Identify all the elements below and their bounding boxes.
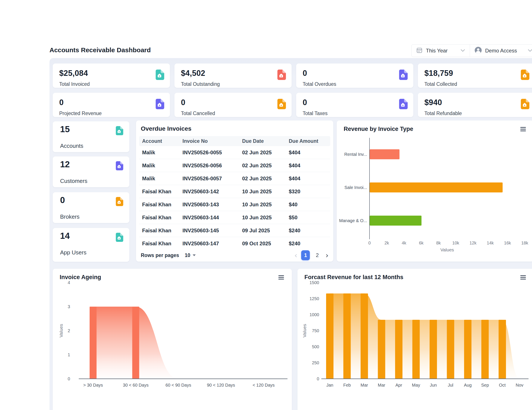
invoice-ageing-card: Invoice Ageing 43210> 30 Days30 < 60 Day… [53,269,292,410]
bar-series-bar[interactable] [464,320,471,379]
revenue-chart-title: Revenue by Invoice Type [344,126,413,132]
rows-per-page-select[interactable]: 10 [185,253,190,258]
kpi-value: 0 [59,98,64,107]
x-category-label: Aug [464,383,472,387]
bar-series-bar[interactable] [481,320,489,379]
due-date-cell: 10 Jun 2025 [242,201,289,208]
overdue-invoices-title: Overdue Invoices [141,125,191,132]
mini-stat-label: Brokers [60,213,80,220]
dashboard-page: Accounts Receivable Dashboard This Year [0,0,532,410]
x-category-label: 90 < 120 Days [207,383,235,387]
user-filter-dropdown[interactable]: Demo Access [470,45,532,57]
account-cell: Faisal Khan [139,228,182,234]
kpi-label: Total Outstanding [181,81,220,87]
revenue-bar[interactable] [370,216,422,226]
table-row: Faisal KhanINV250603-14310 Jun 2025$40 [139,198,330,211]
x-category-label: < 120 Days [253,383,275,387]
pager-controls: ‹ 12 › [294,250,329,260]
x-category-label: Sep [481,383,489,387]
category-label: Manage & O... [339,218,367,223]
page-button[interactable]: 2 [313,250,322,260]
bar-series-bar[interactable] [361,293,368,379]
forecast-revenue-card: Forcast Revenue for last 12 Months 15001… [297,269,532,410]
invoice-doc-icon [155,70,164,80]
table-body: MalikINV250526-005502 Jun 2025$404MalikI… [139,146,330,248]
y-tick-label: 4 [68,280,70,285]
bar-series-bar[interactable] [343,293,351,379]
x-category-label: 30 < 60 Days [123,383,148,387]
invoice-doc-icon [115,197,123,206]
previous-page-icon[interactable]: ‹ [294,252,297,259]
due-amount-cell: $404 [289,150,330,155]
account-cell: Malik [139,163,182,169]
table-header-row: AccountInvoice NoDue DateDue Amount [139,136,330,146]
chart-menu-icon[interactable] [520,127,526,132]
kpi-icon [520,99,529,110]
forecast-revenue-chart-svg: 1500125010007505002500JanFebMarMarAprMay… [297,269,532,407]
revenue-bar[interactable] [370,149,399,159]
kpi-value: $25,084 [59,69,88,78]
bar-series-bar[interactable] [412,320,420,379]
mini-stat-icon [115,126,123,136]
kpi-card: 0Total Overdues [296,64,413,88]
kpi-card: $25,084Total Invoiced [53,64,170,88]
bar-series-bar[interactable] [395,320,402,379]
bar-series-bar[interactable] [326,293,333,379]
y-axis-label: Values [302,324,307,338]
x-category-label: Apr [395,383,402,387]
invoice-no-cell: INV250603-142 [182,189,242,195]
mini-stat-card: 12Customers [53,156,129,187]
invoice-no-cell: INV250526-0057 [182,175,242,182]
invoice-doc-icon [520,99,529,109]
bar-series-bar[interactable] [447,320,454,379]
kpi-label: Total Cancelled [181,110,215,116]
bar-series-bar[interactable] [378,320,385,379]
due-amount-cell: $404 [289,175,330,182]
mini-stat-value: 15 [60,124,70,134]
due-amount-cell: $404 [289,163,330,169]
category-label: Sale Invoi... [344,185,367,190]
kpi-card: $18,759Total Collected [418,64,532,88]
page-buttons: 12 [301,250,322,260]
column-header: Due Amount [289,138,330,144]
kpi-icon [155,70,164,81]
revenue-chart-svg: Rental Inv...Sale Invoi...Manage & O...0… [337,134,532,259]
x-category-label: Jul [448,383,454,387]
kpi-value: $4,502 [181,69,205,78]
column-header: Due Date [242,138,289,144]
mini-stat-label: Accounts [60,143,83,149]
y-tick-label: 750 [312,328,319,333]
kpi-icon [398,99,408,110]
next-page-icon[interactable]: › [325,252,329,259]
bar-series-bar[interactable] [499,320,506,379]
page-button[interactable]: 1 [301,250,310,260]
bar-series-bar[interactable] [132,307,139,379]
y-tick-label: 3 [68,304,70,309]
revenue-bar[interactable] [370,182,503,192]
invoice-no-cell: INV250603-147 [182,241,242,246]
bar-series-bar[interactable] [430,320,437,379]
mini-stat-value: 12 [60,159,70,169]
kpi-card: 0Total Taxes [296,93,413,117]
x-tick-label: 0 [368,241,370,245]
y-tick-label: 500 [312,344,319,349]
kpi-value: $940 [424,98,442,107]
invoice-doc-icon [276,70,286,80]
period-filter-dropdown[interactable]: This Year [412,45,470,57]
x-category-label: May [412,383,420,387]
mini-stat-icon [115,233,123,243]
kpi-card: 0Total Cancelled [174,93,292,117]
account-cell: Faisal Khan [139,189,182,195]
x-tick-label: 12k [469,241,477,245]
x-tick-label: 2k [384,241,389,245]
due-date-cell: 02 Jun 2025 [242,163,289,169]
caret-down-icon[interactable] [192,253,196,257]
bar-series-bar[interactable] [90,307,96,379]
overdue-invoices-card: Overdue Invoices AccountInvoice NoDue Da… [136,120,333,262]
kpi-icon [276,70,286,81]
x-tick-label: 14k [487,241,494,245]
mini-stat-value: 0 [60,195,65,205]
table-row: MalikINV250526-005502 Jun 2025$404 [139,146,330,159]
kpi-label: Total Collected [424,81,457,87]
rows-per-page-label: Rows per pages [141,253,179,258]
